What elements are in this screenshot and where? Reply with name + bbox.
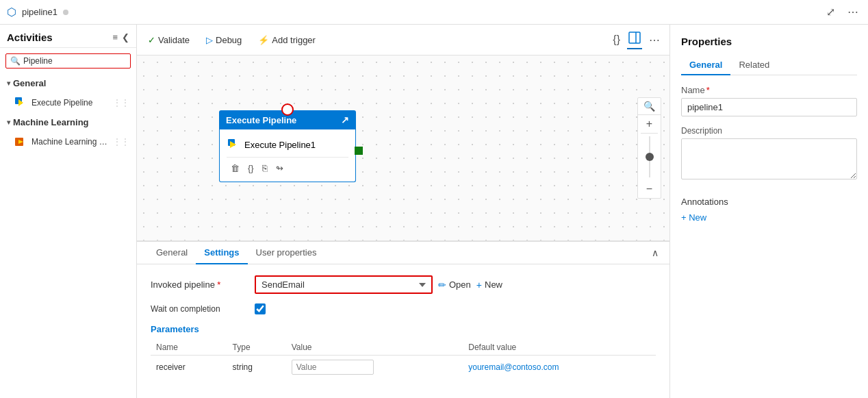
tab-settings[interactable]: Settings [196,242,247,264]
canvas-area: ✓ Validate ▷ Debug ⚡ Add trigger {} [137,25,669,398]
wait-on-completion-label: Wait on completion [151,304,246,314]
ml-icon [14,135,27,149]
new-pipeline-button[interactable]: + New [476,279,502,290]
ml-drag-handle-icon: ⋮⋮ [113,137,129,147]
annotations-section: Annotations + New [681,197,857,223]
title-bar-right: ⤢ ⋯ [824,4,861,20]
validate-button[interactable]: ✓ Validate [145,34,192,47]
search-icon: 🔍 [10,56,21,66]
node-connect-button[interactable]: ↬ [275,162,285,175]
param-name: receiver [151,356,227,380]
expand-button[interactable]: ⤢ [824,4,838,20]
search-box[interactable]: 🔍 [5,53,131,69]
col-type-header: Type [227,340,286,356]
activity-ml-execute[interactable]: Machine Learning Exe... ⋮⋮ [0,132,136,152]
pipeline-icon: ⬡ [7,5,16,18]
param-default-value: youremail@contoso.com [463,356,656,380]
invoked-pipeline-wrapper: SendEmail ✏ Open + New [255,275,502,294]
node-json-button[interactable]: {} [246,162,255,175]
main-layout: Activities ≡ ❮ 🔍 ▾ General Execute Pipel… [0,25,868,398]
pipeline-canvas[interactable]: Execute Pipeline ↗ Execute Pipeline1 🗑 {… [137,55,669,240]
section-machine-learning[interactable]: ▾ Machine Learning [0,113,136,132]
title-bar-left: ⬡ pipeline1 [7,5,68,18]
collapse-bottom-panel-button[interactable]: ∧ [652,247,659,258]
parameters-title: Parameters [151,324,656,334]
node-activity: Execute Pipeline1 [227,135,348,154]
param-value-cell [286,356,463,380]
props-tabs: General Related [681,55,857,75]
more-options-button[interactable]: ⋯ [845,4,861,20]
parameters-table: Name Type Value Default value receiver s… [151,340,656,379]
properties-panel-button[interactable] [627,30,642,49]
properties-title: Properties [681,36,857,47]
pipeline-name: pipeline1 [22,7,58,17]
filter-icon[interactable]: ≡ [112,32,118,42]
sidebar-title: Activities [7,32,53,43]
invoked-pipeline-row: Invoked pipeline * SendEmail ✏ Open + [151,275,656,294]
description-textarea[interactable] [681,138,857,179]
name-input[interactable] [681,98,857,116]
col-name-header: Name [151,340,227,356]
unsaved-dot [63,10,68,15]
node-activity-icon [227,138,240,151]
wait-on-completion-checkbox[interactable] [255,303,266,314]
param-value-input[interactable] [292,360,374,375]
zoom-slider[interactable] [649,134,650,180]
zoom-track [649,136,650,177]
name-field: Name * [681,85,857,116]
wait-on-completion-row: Wait on completion [151,303,656,314]
description-label: Description [681,126,857,136]
search-input[interactable] [23,56,126,66]
canvas-search-button[interactable]: 🔍 [638,98,661,115]
section-general[interactable]: ▾ General [0,74,136,92]
sidebar-header: Activities ≡ ❮ [0,25,136,48]
param-type: string [227,356,286,380]
node-right-connector [355,147,363,155]
chevron-down-icon: ▾ [7,79,10,87]
debug-button[interactable]: ▷ Debug [203,34,244,47]
invoked-pipeline-label: Invoked pipeline * [151,279,246,290]
description-field: Description [681,126,857,182]
chevron-down-icon-ml: ▾ [7,119,10,126]
zoom-in-button[interactable]: + [641,115,658,134]
bottom-content: Invoked pipeline * SendEmail ✏ Open + [137,264,669,390]
props-tab-general[interactable]: General [681,55,730,75]
default-value-text: youremail@contoso.com [468,362,559,372]
open-pipeline-button[interactable]: ✏ Open [438,279,471,290]
node-clone-button[interactable]: ⎘ [261,162,269,175]
more-toolbar-button[interactable]: ⋯ [648,32,661,48]
annotations-label: Annotations [681,197,857,207]
section-general-label: General [13,78,46,88]
ml-execute-label: Machine Learning Exe... [31,137,109,147]
json-button[interactable]: {} [611,32,622,47]
props-tab-related[interactable]: Related [730,55,778,75]
node-body: Execute Pipeline1 🗑 {} ⎘ ↬ [219,129,356,182]
tab-user-properties[interactable]: User properties [248,242,325,264]
node-top-connector [281,103,294,116]
add-annotation-button[interactable]: + New [681,212,706,223]
node-delete-button[interactable]: 🗑 [229,162,241,175]
node-title: Execute Pipeline [226,115,296,125]
add-trigger-button[interactable]: ⚡ Add trigger [255,34,318,47]
title-bar: ⬡ pipeline1 ⤢ ⋯ [0,0,868,25]
invoked-pipeline-select[interactable]: SendEmail [255,275,433,294]
add-trigger-icon: ⚡ [258,35,269,45]
col-default-header: Default value [463,340,656,356]
toolbar-right: {} ⋯ [611,30,661,49]
collapse-sidebar-button[interactable]: ❮ [122,32,129,42]
panel-icon [628,32,641,44]
section-ml-label: Machine Learning [13,117,89,127]
sidebar-header-icons: ≡ ❮ [112,32,129,42]
param-row: receiver string youremail@contoso.com [151,356,656,380]
drag-handle-icon: ⋮⋮ [113,98,129,108]
plus-icon: + [476,279,482,290]
node-activity-label: Execute Pipeline1 [244,140,316,150]
tab-general[interactable]: General [148,242,196,264]
zoom-controls: 🔍 + − [637,97,661,199]
zoom-out-button[interactable]: − [641,180,658,198]
node-toolbar: 🗑 {} ⎘ ↬ [227,157,348,176]
bottom-panel: General Settings User properties ∧ Invok… [137,240,669,398]
activity-execute-pipeline[interactable]: Execute Pipeline ⋮⋮ [0,92,136,113]
properties-panel: Properties General Related Name * Descri… [669,25,868,398]
toolbar: ✓ Validate ▷ Debug ⚡ Add trigger {} [137,25,669,55]
